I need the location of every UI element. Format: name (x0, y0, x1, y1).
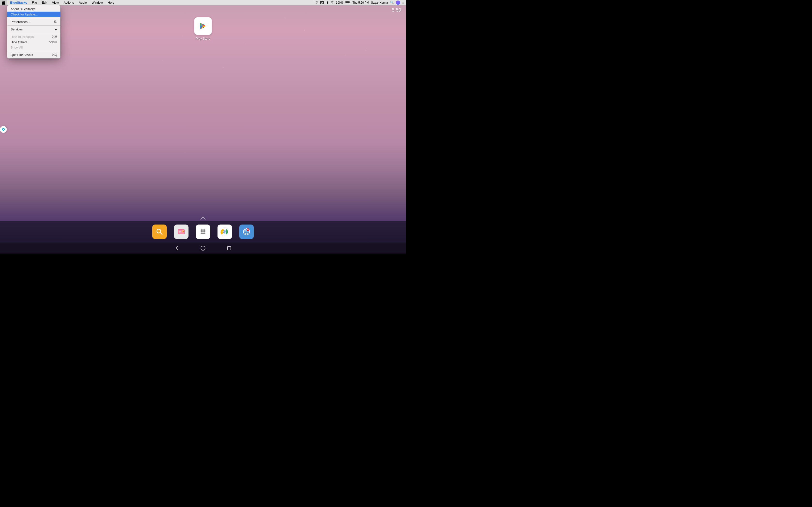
view-menu[interactable]: View (50, 0, 61, 5)
svg-rect-9 (179, 231, 181, 231)
svg-rect-10 (179, 232, 181, 232)
play-store-icon (194, 17, 212, 35)
dock-app-drawer[interactable] (196, 225, 210, 239)
edit-menu[interactable]: Edit (40, 0, 49, 5)
svg-point-15 (204, 229, 205, 231)
svg-point-36 (201, 246, 205, 250)
menubar: BlueStacks File Edit View Actions Audio … (0, 0, 406, 5)
user-avatar[interactable] (396, 0, 400, 5)
datetime: Thu 5:50 PM (352, 1, 369, 4)
svg-point-18 (204, 231, 205, 232)
hide-bluestacks-label: Hide BlueStacks (11, 35, 34, 39)
svg-point-19 (201, 233, 202, 234)
help-menu[interactable]: Help (106, 0, 116, 5)
accessibility-icon: ⬆ (326, 1, 329, 4)
apple-menu[interactable] (0, 0, 7, 5)
wifi-signal-icon (331, 1, 334, 4)
hide-others-item[interactable]: Hide Others ⌥⌘H (7, 39, 60, 45)
android-dock (0, 221, 406, 243)
separator-4 (7, 51, 60, 51)
preferences-shortcut: ⌘, (53, 20, 57, 23)
search-icon[interactable]: 🔍 (390, 1, 394, 4)
services-arrow-icon: ▶ (55, 28, 57, 31)
separator-3 (7, 33, 60, 33)
audio-menu[interactable]: Audio (77, 0, 89, 5)
play-store-label: Play Store (196, 37, 210, 40)
android-time: 5:50 (392, 7, 401, 13)
check-for-update-item[interactable]: Check for Update... (7, 12, 60, 17)
app-drawer-chevron[interactable] (200, 216, 206, 221)
battery-icon (345, 1, 350, 4)
actions-menu[interactable]: Actions (62, 0, 76, 5)
play-store-desktop-icon[interactable]: Play Store (194, 17, 212, 40)
battery-percentage: 100% (336, 1, 343, 4)
hide-others-shortcut: ⌥⌘H (49, 40, 57, 44)
bluestacks-side-button[interactable] (0, 126, 7, 133)
dock-card-app[interactable] (174, 225, 189, 239)
preferences-item[interactable]: Preferences... ⌘, (7, 19, 60, 24)
quit-bluestacks-label: Quit BlueStacks (11, 53, 33, 57)
dock-chrome[interactable] (217, 225, 232, 239)
services-item[interactable]: Services ▶ (7, 26, 60, 32)
about-bluestacks-label: About BlueStacks (11, 7, 36, 11)
svg-point-35 (248, 229, 249, 230)
svg-point-16 (201, 231, 202, 232)
nav-home-button[interactable] (200, 245, 206, 251)
svg-line-6 (160, 232, 162, 234)
bluestacks-menu[interactable]: BlueStacks (8, 0, 29, 5)
separator-1 (7, 18, 60, 18)
quit-bluestacks-item[interactable]: Quit BlueStacks ⌘Q (7, 52, 60, 57)
nav-recents-button[interactable] (226, 245, 233, 251)
svg-point-12 (183, 231, 184, 232)
hide-others-label: Hide Others (11, 40, 27, 44)
quit-bluestacks-shortcut: ⌘Q (52, 53, 57, 56)
android-screen: 5:50 (0, 5, 406, 253)
about-bluestacks-item[interactable]: About BlueStacks (7, 6, 60, 12)
show-all-label: Show All (11, 46, 23, 49)
hide-bluestacks-shortcut: ⌘H (52, 35, 57, 38)
preferences-label: Preferences... (11, 20, 30, 24)
svg-rect-1 (346, 1, 349, 3)
bluestacks-dropdown: About BlueStacks Check for Update... Pre… (7, 5, 60, 58)
svg-point-14 (202, 229, 204, 231)
dock-web-browser[interactable] (239, 225, 254, 239)
window-menu[interactable]: Window (90, 0, 105, 5)
file-menu[interactable]: File (30, 0, 39, 5)
show-all-item[interactable]: Show All (7, 45, 60, 50)
menubar-left: BlueStacks File Edit View Actions Audio … (0, 0, 116, 5)
svg-point-20 (202, 233, 204, 234)
check-for-update-label: Check for Update... (11, 12, 38, 16)
svg-rect-2 (350, 2, 350, 3)
android-nav-bar (0, 243, 406, 253)
hide-bluestacks-item[interactable]: Hide BlueStacks ⌘H (7, 34, 60, 39)
wifi-icon (315, 1, 318, 4)
username: Sagar Kumar (371, 1, 388, 4)
dock-search-app[interactable] (152, 225, 167, 239)
keyboard-icon: A (320, 1, 324, 4)
svg-point-17 (202, 231, 204, 232)
svg-rect-37 (227, 246, 231, 250)
nav-back-button[interactable] (173, 245, 180, 251)
svg-point-21 (204, 233, 205, 234)
services-label: Services (11, 27, 23, 31)
svg-point-13 (201, 229, 202, 231)
menu-icon[interactable]: ≡ (402, 1, 404, 5)
menubar-right: A ⬆ 100% Thu 5:50 PM Sagar Kumar 🔍 ≡ (315, 0, 406, 5)
